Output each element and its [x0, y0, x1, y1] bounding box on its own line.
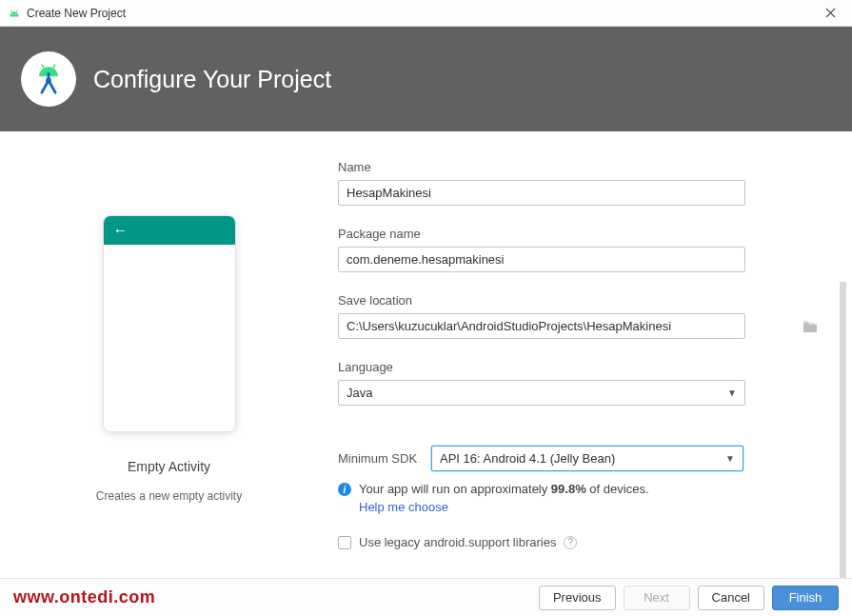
- previous-button[interactable]: Previous: [539, 586, 616, 610]
- help-icon[interactable]: ?: [564, 536, 577, 549]
- minimum-sdk-value: API 16: Android 4.1 (Jelly Bean): [440, 451, 615, 466]
- template-description: Creates a new empty activity: [96, 489, 242, 503]
- close-button[interactable]: [816, 3, 844, 24]
- titlebar: Create New Project: [0, 0, 852, 27]
- watermark-text: www.ontedi.com: [13, 587, 531, 607]
- wizard-footer: www.ontedi.com Previous Next Cancel Fini…: [0, 578, 852, 616]
- wizard-header: Configure Your Project: [0, 27, 852, 131]
- name-input[interactable]: [338, 180, 745, 206]
- phone-mockup: ←: [103, 215, 236, 432]
- save-location-input[interactable]: [338, 313, 745, 339]
- info-icon: i: [338, 483, 351, 496]
- svg-line-7: [53, 64, 55, 68]
- name-label: Name: [338, 160, 823, 174]
- language-select[interactable]: Java ▼: [338, 380, 745, 406]
- phone-appbar: ←: [104, 216, 235, 245]
- svg-line-0: [11, 10, 12, 11]
- next-button[interactable]: Next: [624, 586, 690, 610]
- arrow-back-icon: ←: [113, 223, 129, 238]
- device-coverage-text: Your app will run on approximately 99.8%…: [359, 481, 649, 498]
- legacy-libraries-checkbox[interactable]: [338, 536, 351, 549]
- template-preview-pane: ← Empty Activity Creates a new empty act…: [0, 131, 338, 579]
- template-name: Empty Activity: [128, 459, 210, 474]
- cancel-button[interactable]: Cancel: [698, 586, 764, 610]
- save-location-label: Save location: [338, 293, 823, 308]
- svg-point-8: [46, 78, 51, 84]
- chevron-down-icon: ▼: [727, 387, 737, 398]
- svg-line-6: [42, 64, 44, 68]
- phone-screen: [104, 245, 235, 431]
- close-icon: [825, 8, 836, 18]
- scrollbar[interactable]: [840, 282, 846, 616]
- finish-button[interactable]: Finish: [772, 586, 839, 610]
- package-name-input[interactable]: [338, 247, 745, 272]
- wizard-title: Configure Your Project: [93, 66, 331, 93]
- browse-folder-button[interactable]: [802, 320, 818, 333]
- svg-line-1: [16, 10, 17, 11]
- form-pane: Name Package name Save location Language: [338, 131, 852, 579]
- window-title: Create New Project: [27, 7, 816, 20]
- language-value: Java: [347, 386, 372, 400]
- language-label: Language: [338, 360, 823, 374]
- package-name-label: Package name: [338, 227, 823, 241]
- svg-point-2: [12, 13, 13, 14]
- svg-point-3: [15, 13, 16, 14]
- minimum-sdk-select[interactable]: API 16: Android 4.1 (Jelly Bean) ▼: [431, 446, 743, 471]
- android-studio-logo: [21, 51, 76, 107]
- help-me-choose-link[interactable]: Help me choose: [359, 500, 448, 514]
- legacy-libraries-label: Use legacy android.support libraries: [359, 535, 556, 549]
- android-icon: [8, 9, 21, 18]
- chevron-down-icon: ▼: [725, 453, 735, 464]
- minimum-sdk-label: Minimum SDK: [338, 451, 422, 466]
